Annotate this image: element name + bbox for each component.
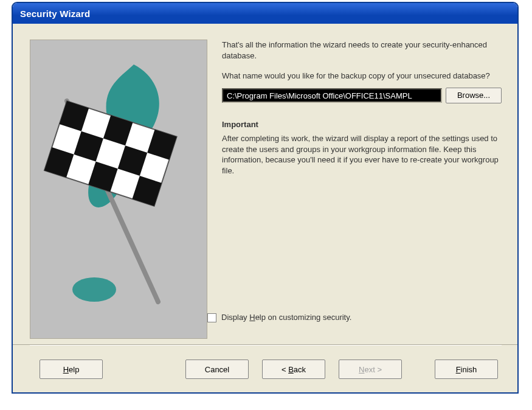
backup-prompt: What name would you like for the backup … — [222, 71, 502, 82]
browse-button[interactable]: Browse... — [446, 88, 502, 103]
display-help-label[interactable]: Display Help on customizing security. — [221, 312, 351, 323]
client-area: That's all the information the wizard ne… — [13, 24, 517, 392]
content-area: That's all the information the wizard ne… — [30, 40, 502, 338]
wizard-artwork-pane — [30, 40, 207, 339]
window-title: Security Wizard — [20, 9, 90, 19]
button-bar: Help Cancel < Back Next > Finish — [13, 344, 517, 392]
display-help-checkbox-row: Display Help on customizing security. — [207, 312, 351, 323]
wizard-text-pane: That's all the information the wizard ne… — [207, 40, 502, 338]
finish-button[interactable]: Finish — [435, 360, 498, 379]
backup-path-row: C:\Program Files\Microsoft Office\OFFICE… — [222, 88, 502, 103]
checkered-flag-icon — [30, 40, 207, 338]
important-heading: Important — [222, 119, 502, 130]
security-wizard-dialog: Security Wizard — [12, 2, 518, 393]
help-button[interactable]: Help — [40, 360, 103, 379]
svg-point-1 — [72, 277, 116, 302]
important-text: After completing its work, the wizard wi… — [222, 133, 502, 176]
backup-path-input[interactable]: C:\Program Files\Microsoft Office\OFFICE… — [222, 88, 442, 103]
intro-text: That's all the information the wizard ne… — [222, 40, 502, 61]
next-button: Next > — [339, 360, 402, 379]
separator — [30, 345, 502, 346]
display-help-checkbox[interactable] — [207, 313, 216, 322]
back-button[interactable]: < Back — [262, 360, 325, 379]
cancel-button[interactable]: Cancel — [185, 360, 249, 379]
titlebar[interactable]: Security Wizard — [13, 3, 517, 24]
